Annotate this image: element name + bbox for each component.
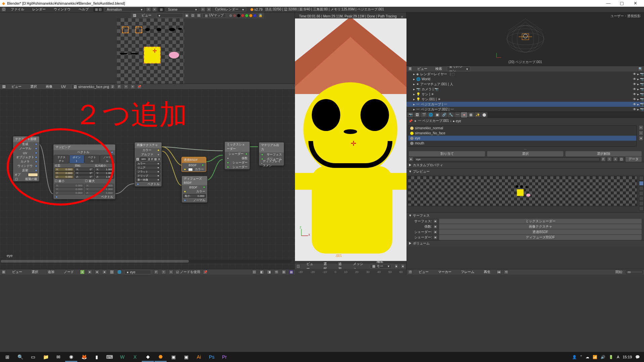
- tab-material[interactable]: ●: [461, 112, 467, 118]
- add-slot-button[interactable]: +: [639, 125, 643, 130]
- outliner-item[interactable]: ▸💡サン | ☀👁▸📷: [406, 92, 644, 97]
- menu-add[interactable]: 追加: [44, 269, 58, 275]
- panel-volume[interactable]: ▶ ボリューム: [406, 240, 644, 246]
- outliner-item[interactable]: ▸🌐World👁▸📷: [406, 77, 644, 82]
- scene-del[interactable]: ×: [207, 7, 211, 12]
- menu-view[interactable]: ビュー: [8, 84, 25, 89]
- menu-uv[interactable]: UV: [58, 85, 69, 89]
- render-result[interactable]: ✛ z x .001: [295, 18, 406, 261]
- firefox-icon[interactable]: 🦊: [78, 352, 90, 362]
- lock-icon[interactable]: 🔒: [258, 13, 263, 18]
- menu-select[interactable]: 選択: [27, 84, 40, 89]
- tab-physics[interactable]: ⬤: [481, 112, 487, 118]
- code-icon[interactable]: ⌨: [103, 352, 116, 362]
- start-button[interactable]: ⊞: [1, 352, 13, 362]
- panel-preview[interactable]: ▼ プレビュー: [406, 168, 644, 175]
- node-image-texture[interactable]: 画像テクスチャ カラー アルファ 🖼 sim 2 F ⊞ × カラー▾リニア▾フ…: [134, 142, 162, 187]
- timeline-ruler[interactable]: -30-20-100102030405060: [295, 269, 406, 275]
- people-icon[interactable]: 👤: [572, 355, 577, 359]
- remove-slot-button[interactable]: −: [639, 131, 643, 135]
- preview-shaderball[interactable]: [639, 196, 644, 201]
- outliner-tree[interactable]: ▸◈レンダーレイヤー| ⬚👁▸📷▸🌐World👁▸📷▸✦アーマチュア.001 |…: [406, 72, 644, 112]
- node-transparent-bsdf[interactable]: 透過BSDF BSDF カラー: [181, 157, 206, 172]
- material-slot[interactable]: simanekko_normal: [408, 126, 636, 131]
- screen-layout-buttons[interactable]: ⊞⊟: [93, 7, 103, 12]
- terminal-icon[interactable]: ▮: [91, 352, 103, 362]
- outliner-item[interactable]: ▸〰ベジエカーブ | 〰👁▸📷: [406, 102, 644, 107]
- outliner-item[interactable]: ▸〰ベジエカーブ.002 | 〰👁▸📷: [406, 107, 644, 112]
- assign-button[interactable]: 割り当て: [409, 151, 485, 157]
- select-button[interactable]: 選択: [487, 151, 564, 157]
- tab-layers[interactable]: 🖼: [414, 112, 420, 118]
- cloud-icon[interactable]: ☁: [586, 355, 589, 359]
- preview-sphere[interactable]: [639, 181, 644, 186]
- layout-add[interactable]: +: [146, 7, 151, 12]
- pin-icon[interactable]: 📌: [203, 270, 208, 274]
- menu-image[interactable]: 画像: [42, 84, 56, 89]
- uvmap-dropdown[interactable]: ⊞UVマップ: [203, 13, 226, 18]
- tab-object[interactable]: ▣: [434, 112, 440, 118]
- preview-hair[interactable]: [639, 191, 644, 196]
- chrome-icon[interactable]: ◉: [65, 352, 77, 362]
- pin-icon[interactable]: 📌: [137, 84, 142, 89]
- minimize-button[interactable]: —: [602, 0, 615, 7]
- scene-dropdown[interactable]: Scene▾: [166, 7, 199, 12]
- maximize-button[interactable]: ▢: [615, 0, 629, 7]
- close-button[interactable]: ✕: [629, 0, 642, 7]
- pin-icon[interactable]: 📌: [409, 119, 413, 123]
- panel-custom-props[interactable]: ▶ カスタムプロパティ: [406, 162, 644, 168]
- layout-del[interactable]: ×: [152, 7, 157, 12]
- node-editor-canvas[interactable]: テクスチャ座標 生成 ノーマル UV オブジェクト カメラ ウィンドウ 反射 オ…: [0, 90, 295, 269]
- sourcetree-icon[interactable]: ◆: [142, 352, 154, 362]
- preview-cube[interactable]: [639, 186, 644, 191]
- node-mix-shader[interactable]: ミックスシェーダー シェーダー 係数 シェーダー シェーダー: [224, 141, 250, 170]
- editor-type-icon[interactable]: ⓘ: [1, 7, 6, 12]
- menu-node[interactable]: ノード: [60, 269, 77, 275]
- panel-surface[interactable]: ▼ サーフェス: [406, 212, 644, 219]
- material-slot[interactable]: eye: [408, 136, 636, 141]
- editor-type-icon[interactable]: ≣: [408, 66, 413, 71]
- menu-render[interactable]: レンダー: [29, 7, 49, 12]
- menu-view[interactable]: ビュー: [138, 13, 155, 18]
- app-icon[interactable]: ▣: [167, 352, 179, 362]
- horizontal-scrollbar[interactable]: [0, 260, 292, 263]
- material-slot[interactable]: mouth: [408, 141, 636, 146]
- taskview-icon[interactable]: ▭: [27, 352, 39, 362]
- editor-type-icon[interactable]: ⊞: [1, 270, 6, 274]
- image-name-field[interactable]: 🖼simanekko_face.png: [71, 84, 108, 89]
- outliner-item[interactable]: ▸📷カメラ | 📷👁▸📷: [406, 87, 644, 92]
- notification-icon[interactable]: 💬: [635, 355, 640, 359]
- outliner-item[interactable]: ▸✦アーマチュア.001 | 人👁▸📷: [406, 82, 644, 87]
- search-icon[interactable]: 🔍: [14, 352, 26, 362]
- material-slot[interactable]: simanekko_No_face: [408, 131, 636, 136]
- scene-add[interactable]: +: [201, 7, 205, 12]
- volume-icon[interactable]: 🔊: [601, 355, 605, 359]
- image-users[interactable]: 2: [110, 84, 115, 89]
- node-diffuse-bsdf[interactable]: ディフューズBSDF BSDF カラー 粗さ:0.000 ノーマル: [181, 176, 208, 203]
- uv-texture-canvas[interactable]: ✛: [117, 18, 184, 85]
- mail-icon[interactable]: ✉: [52, 352, 65, 362]
- blender-icon[interactable]: ⬣: [155, 352, 167, 362]
- scene-buttons[interactable]: ⊞: [158, 7, 164, 12]
- premiere-icon[interactable]: Pr: [218, 352, 230, 362]
- editor-type-icon[interactable]: 🖼: [132, 13, 137, 18]
- tab-render[interactable]: 📷: [407, 112, 414, 118]
- image-new[interactable]: +: [124, 84, 128, 89]
- node-material-output[interactable]: マテリアル出力 サーフェス ボリューム ディスプレイスメン: [259, 142, 284, 166]
- tab-world[interactable]: 🌐: [427, 112, 434, 118]
- preview-fluid[interactable]: [639, 206, 644, 211]
- data-link-dropdown[interactable]: データ: [625, 156, 642, 162]
- material-slot-list[interactable]: simanekko_normalsimanekko_No_faceeyemout…: [408, 125, 637, 147]
- menu-view[interactable]: ビュー: [9, 269, 26, 275]
- mode-dropdown[interactable]: ▾: [156, 13, 183, 18]
- app-icon[interactable]: ▣: [180, 352, 192, 362]
- menu-select[interactable]: 選択: [28, 269, 42, 275]
- clock[interactable]: 15:19: [622, 355, 632, 359]
- excel-icon[interactable]: X: [129, 352, 141, 362]
- photoshop-icon[interactable]: Ps: [206, 352, 218, 362]
- material-field[interactable]: ●eye: [124, 270, 151, 274]
- editor-type-icon[interactable]: 🖼: [1, 84, 6, 89]
- tab-particles[interactable]: ✨: [474, 112, 481, 118]
- image-fake[interactable]: F: [117, 84, 122, 89]
- mode-dropdown[interactable]: ▦編集モード▾: [370, 264, 392, 269]
